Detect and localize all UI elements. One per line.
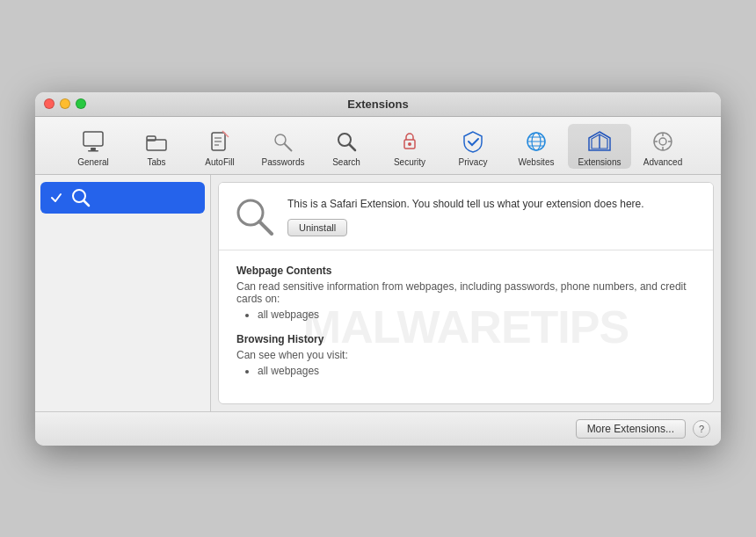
perm-webpage-title: Webpage Contents <box>236 265 695 277</box>
toolbar-websites[interactable]: Websites <box>505 124 568 169</box>
titlebar: Extensions <box>35 92 721 117</box>
search-icon <box>332 127 360 156</box>
svg-point-26 <box>659 138 666 145</box>
permission-webpage-contents: Webpage Contents Can read sensitive info… <box>236 265 695 321</box>
svg-point-10 <box>275 134 286 145</box>
toolbar-advanced[interactable]: Advanced <box>631 124 694 169</box>
security-icon <box>396 127 424 156</box>
perm-history-desc: Can see when you visit: <box>236 349 695 361</box>
svg-line-34 <box>259 221 272 234</box>
toolbar-icons: General Tabs <box>62 124 694 169</box>
passwords-label: Passwords <box>262 157 305 167</box>
more-extensions-button[interactable]: More Extensions... <box>576 419 686 439</box>
detail-description: This is a Safari Extension. You should t… <box>287 196 699 212</box>
advanced-icon <box>649 127 677 156</box>
svg-line-14 <box>350 144 356 150</box>
security-label: Security <box>394 157 425 167</box>
perm-history-title: Browsing History <box>236 333 695 345</box>
toolbar-search[interactable]: Search <box>315 124 378 169</box>
detail-header: This is a Safari Extension. You should t… <box>219 183 713 250</box>
sidebar-item-search-ext[interactable] <box>40 182 205 214</box>
detail-info: This is a Safari Extension. You should t… <box>287 196 699 236</box>
extensions-label: Extensions <box>578 157 622 167</box>
toolbar-general[interactable]: General <box>62 124 125 169</box>
help-button[interactable]: ? <box>693 420 710 438</box>
svg-point-16 <box>408 142 411 146</box>
websites-label: Websites <box>519 157 555 167</box>
extension-search-icon <box>70 187 91 208</box>
check-icon <box>49 191 63 205</box>
permission-browsing-history: Browsing History Can see when you visit:… <box>236 333 695 377</box>
sidebar <box>35 175 211 411</box>
detail-ext-icon <box>233 195 275 237</box>
perm-webpage-desc: Can read sensitive information from webp… <box>236 280 695 305</box>
close-button[interactable] <box>44 98 55 109</box>
uninstall-button[interactable]: Uninstall <box>287 219 347 236</box>
traffic-lights <box>44 98 86 109</box>
general-label: General <box>77 157 109 167</box>
search-label: Search <box>332 157 360 167</box>
main-window: Extensions General <box>35 92 721 446</box>
perm-webpage-list: all webpages <box>236 308 695 321</box>
autofill-label: AutoFill <box>205 157 234 167</box>
toolbar-extensions[interactable]: Extensions <box>568 124 631 169</box>
svg-rect-0 <box>84 132 103 146</box>
extensions-icon <box>585 127 614 156</box>
window-title: Extensions <box>347 98 408 111</box>
toolbar: General Tabs <box>35 117 721 175</box>
perm-webpage-item: all webpages <box>258 308 695 321</box>
minimize-button[interactable] <box>60 98 70 109</box>
main-content: This is a Safari Extension. You should t… <box>35 175 721 411</box>
maximize-button[interactable] <box>76 98 86 109</box>
perm-history-item: all webpages <box>258 365 695 377</box>
detail-body: MALWARETIPS Webpage Contents Can read se… <box>219 250 713 403</box>
toolbar-privacy[interactable]: Privacy <box>441 124 505 169</box>
toolbar-passwords[interactable]: Passwords <box>251 124 315 169</box>
toolbar-tabs[interactable]: Tabs <box>125 124 188 169</box>
svg-line-32 <box>84 200 89 206</box>
svg-rect-1 <box>91 148 96 150</box>
tabs-label: Tabs <box>147 157 165 167</box>
svg-line-11 <box>285 143 293 151</box>
svg-rect-2 <box>88 150 98 152</box>
svg-rect-4 <box>147 140 166 150</box>
toolbar-security[interactable]: Security <box>378 124 441 169</box>
detail-panel: This is a Safari Extension. You should t… <box>218 182 714 404</box>
general-icon <box>79 127 107 156</box>
footer: More Extensions... ? <box>35 411 721 446</box>
perm-history-list: all webpages <box>236 365 695 377</box>
passwords-icon <box>269 127 297 156</box>
advanced-label: Advanced <box>643 157 682 167</box>
privacy-icon <box>459 127 487 156</box>
toolbar-autofill[interactable]: AutoFill <box>188 124 251 169</box>
privacy-label: Privacy <box>459 157 488 167</box>
autofill-icon <box>206 127 234 156</box>
tabs-icon <box>142 127 171 156</box>
websites-icon <box>522 127 550 156</box>
